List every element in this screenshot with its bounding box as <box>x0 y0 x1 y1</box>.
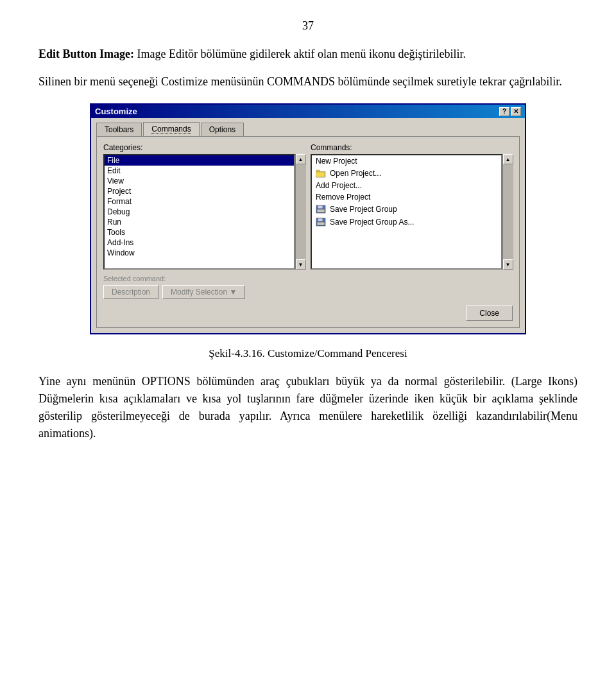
customize-dialog: Customize ? ✕ Toolbars Commands Options <box>90 103 526 334</box>
list-item[interactable]: File <box>105 155 294 166</box>
cmd-scroll-up-button[interactable]: ▲ <box>503 154 513 164</box>
add-project-label: Add Project... <box>316 181 362 190</box>
svg-rect-1 <box>316 170 320 172</box>
save-as-icon <box>316 217 326 227</box>
p1-rest: Image Editör bölümüne gidilerek aktif ol… <box>134 47 466 60</box>
selected-command-label: Selected command: <box>103 275 513 282</box>
paragraph-3: Yine aynı menünün OPTIONS bölümünden ara… <box>38 373 578 442</box>
bottom-buttons: Description Modify Selection ▼ <box>103 285 513 299</box>
svg-rect-2 <box>316 172 325 177</box>
list-item[interactable]: Format <box>105 196 294 207</box>
cmd-scroll-track <box>503 164 513 259</box>
modify-selection-button[interactable]: Modify Selection ▼ <box>162 285 245 299</box>
list-item[interactable]: Edit <box>105 166 294 176</box>
list-item[interactable]: New Project <box>312 155 501 167</box>
svg-rect-8 <box>317 222 325 225</box>
list-item[interactable]: Debug <box>105 207 294 217</box>
commands-listbox-container: New Project Open Project... <box>311 154 513 270</box>
new-project-label: New Project <box>316 157 357 166</box>
dialog-wrapper: Customize ? ✕ Toolbars Commands Options <box>38 103 578 334</box>
close-button[interactable]: Close <box>466 306 513 321</box>
figure-caption: Şekil-4.3.16. Customize/Command Penceres… <box>38 347 578 360</box>
save-icon <box>316 204 326 214</box>
tab-commands-label: Commands <box>151 125 191 134</box>
list-item[interactable]: Run <box>105 217 294 227</box>
tab-options-label: Options <box>209 125 235 134</box>
categories-column: Categories: File Edit View Project Forma… <box>103 143 305 270</box>
p1-bold: Edit Button Image: <box>38 47 134 60</box>
paragraph-1: Edit Button Image: Image Editör bölümüne… <box>38 46 578 63</box>
tab-content: Categories: File Edit View Project Forma… <box>96 136 520 328</box>
save-project-group-label: Save Project Group <box>330 205 397 214</box>
tab-toolbars-label: Toolbars <box>105 125 133 134</box>
dialog-titlebar: Customize ? ✕ <box>91 105 525 118</box>
description-button[interactable]: Description <box>103 285 158 299</box>
tab-toolbars[interactable]: Toolbars <box>96 123 142 136</box>
commands-label: Commands: <box>311 143 513 152</box>
list-item[interactable]: Add Project... <box>312 180 501 191</box>
close-row: Close <box>103 306 513 321</box>
list-item[interactable]: Project <box>105 186 294 196</box>
list-item[interactable]: Window <box>105 248 294 258</box>
list-item[interactable]: View <box>105 176 294 186</box>
commands-listbox[interactable]: New Project Open Project... <box>311 154 502 270</box>
tabs-bar: Toolbars Commands Options <box>96 122 520 136</box>
remove-project-label: Remove Project <box>316 193 370 202</box>
folder-open-icon <box>316 168 326 178</box>
categories-label: Categories: <box>103 143 305 152</box>
list-item[interactable]: Remove Project <box>312 191 501 203</box>
scroll-down-button[interactable]: ▼ <box>296 259 306 270</box>
scroll-track <box>296 164 306 259</box>
svg-rect-4 <box>318 205 323 209</box>
selected-command-area: Selected command: Description Modify Sel… <box>103 275 513 299</box>
commands-column: Commands: New Project <box>311 143 513 270</box>
tab-options[interactable]: Options <box>201 123 244 136</box>
open-project-label: Open Project... <box>330 169 381 178</box>
list-item[interactable]: Add-Ins <box>105 237 294 248</box>
tab-commands[interactable]: Commands <box>143 122 199 136</box>
list-item[interactable]: Save Project Group <box>312 203 501 216</box>
svg-rect-5 <box>317 209 325 212</box>
dialog-body: Toolbars Commands Options Categories: <box>91 118 525 333</box>
scroll-up-button[interactable]: ▲ <box>296 154 306 164</box>
commands-scrollbar[interactable]: ▲ ▼ <box>502 154 513 270</box>
page-number: 37 <box>38 19 578 33</box>
list-item[interactable]: Open Project... <box>312 167 501 180</box>
categories-listbox[interactable]: File Edit View Project Format Debug Run … <box>103 154 295 270</box>
close-titlebar-button[interactable]: ✕ <box>511 107 521 116</box>
categories-listbox-container: File Edit View Project Format Debug Run … <box>103 154 305 270</box>
svg-rect-7 <box>318 218 323 221</box>
list-item[interactable]: Save Project Group As... <box>312 216 501 229</box>
list-item[interactable]: Tools <box>105 227 294 237</box>
dialog-title: Customize <box>95 107 137 116</box>
cmd-scroll-down-button[interactable]: ▼ <box>503 259 513 270</box>
columns-layout: Categories: File Edit View Project Forma… <box>103 143 513 270</box>
paragraph-2: Silinen bir menü seçeneği Costimize menü… <box>38 73 578 91</box>
titlebar-buttons: ? ✕ <box>499 107 521 116</box>
categories-scrollbar[interactable]: ▲ ▼ <box>295 154 305 270</box>
save-project-group-as-label: Save Project Group As... <box>330 218 414 227</box>
help-button[interactable]: ? <box>499 107 509 116</box>
